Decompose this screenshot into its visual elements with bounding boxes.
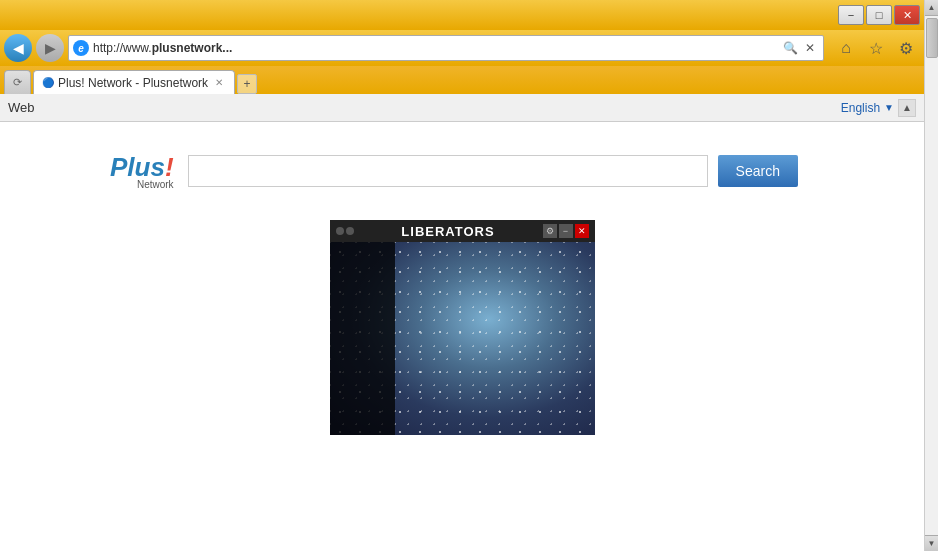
address-search-icon[interactable]: 🔍 xyxy=(781,39,799,57)
address-icons: 🔍 ✕ xyxy=(781,39,819,57)
tab-favicon-1: 🔵 xyxy=(42,77,54,88)
window-controls: − □ ✕ xyxy=(838,5,920,25)
ad-dark-panel xyxy=(330,242,395,435)
ad-title: LIBERATORS xyxy=(354,224,543,239)
web-label: Web xyxy=(8,100,35,115)
new-tab-button[interactable]: + xyxy=(237,74,257,94)
tab-close-1[interactable]: ✕ xyxy=(212,76,226,90)
minimize-button[interactable]: − xyxy=(838,5,864,25)
ad-header-left xyxy=(336,227,354,235)
tab-bar: ⟳ 🔵 Plus! Network - Plusnetwork ✕ + xyxy=(0,66,924,94)
nav-bar: ◀ ▶ e http://www.plusnetwork... 🔍 ✕ ⌂ xyxy=(0,30,924,66)
address-text: http://www.plusnetwork... xyxy=(93,41,777,55)
scrollbar-track[interactable] xyxy=(925,16,939,535)
title-bar: − □ ✕ xyxy=(0,0,924,30)
ad-header-right: ⚙ − ✕ xyxy=(543,224,589,238)
favorites-button[interactable]: ☆ xyxy=(862,34,890,62)
gear-icon: ⚙ xyxy=(899,39,913,58)
logo: Plus ! Network xyxy=(110,152,174,190)
ad-minimize-icon[interactable]: − xyxy=(559,224,573,238)
settings-button[interactable]: ⚙ xyxy=(892,34,920,62)
address-domain: plusnetwork... xyxy=(152,41,233,55)
search-input[interactable] xyxy=(188,155,708,187)
scrollbar-down-button[interactable]: ▼ xyxy=(925,535,939,551)
language-selector[interactable]: English xyxy=(841,101,880,115)
logo-plus-text: Plus xyxy=(110,154,165,180)
collapse-icon: ▲ xyxy=(902,102,912,113)
scrollbar-thumb[interactable] xyxy=(926,18,938,58)
ad-close-button[interactable]: ✕ xyxy=(575,224,589,238)
home-icon: ⌂ xyxy=(841,39,851,57)
address-prefix: http://www. xyxy=(93,41,152,55)
back-icon: ◀ xyxy=(13,40,24,56)
forward-button[interactable]: ▶ xyxy=(36,34,64,62)
close-button[interactable]: ✕ xyxy=(894,5,920,25)
tab-0[interactable]: ⟳ xyxy=(4,70,31,94)
back-button[interactable]: ◀ xyxy=(4,34,32,62)
logo-network-text: Network xyxy=(110,179,174,190)
web-toolbar: Web English ▼ ▲ xyxy=(0,94,924,122)
scrollbar-up-button[interactable]: ▲ xyxy=(925,0,939,16)
forward-icon: ▶ xyxy=(45,40,56,56)
tab-label-1: Plus! Network - Plusnetwork xyxy=(58,76,208,90)
ad-dot-1 xyxy=(336,227,344,235)
star-icon: ☆ xyxy=(869,39,883,58)
ad-area: LIBERATORS ⚙ − ✕ xyxy=(0,220,924,435)
tab-1[interactable]: 🔵 Plus! Network - Plusnetwork ✕ xyxy=(33,70,235,94)
web-toolbar-right: English ▼ ▲ xyxy=(841,99,916,117)
address-close-icon[interactable]: ✕ xyxy=(801,39,819,57)
browser-window: − □ ✕ ◀ ▶ e http://www.plusnetwork... 🔍 … xyxy=(0,0,938,551)
ad-dots xyxy=(336,227,354,235)
main-content: Plus ! Network Search xyxy=(0,122,924,551)
toolbar-collapse-button[interactable]: ▲ xyxy=(898,99,916,117)
tab-label-0: ⟳ xyxy=(13,76,22,89)
ad-banner: LIBERATORS ⚙ − ✕ xyxy=(330,220,595,435)
search-section: Plus ! Network Search xyxy=(0,152,798,190)
ad-body xyxy=(330,242,595,435)
ad-header: LIBERATORS ⚙ − ✕ xyxy=(330,220,595,242)
ad-dot-2 xyxy=(346,227,354,235)
address-bar[interactable]: e http://www.plusnetwork... 🔍 ✕ xyxy=(68,35,824,61)
maximize-button[interactable]: □ xyxy=(866,5,892,25)
toolbar-icons: ⌂ ☆ ⚙ xyxy=(832,34,920,62)
scrollbar: ▲ ▼ xyxy=(924,0,938,551)
ad-settings-icon[interactable]: ⚙ xyxy=(543,224,557,238)
home-button[interactable]: ⌂ xyxy=(832,34,860,62)
browser-icon: e xyxy=(73,40,89,56)
language-dropdown-icon: ▼ xyxy=(884,102,894,113)
search-button[interactable]: Search xyxy=(718,155,798,187)
